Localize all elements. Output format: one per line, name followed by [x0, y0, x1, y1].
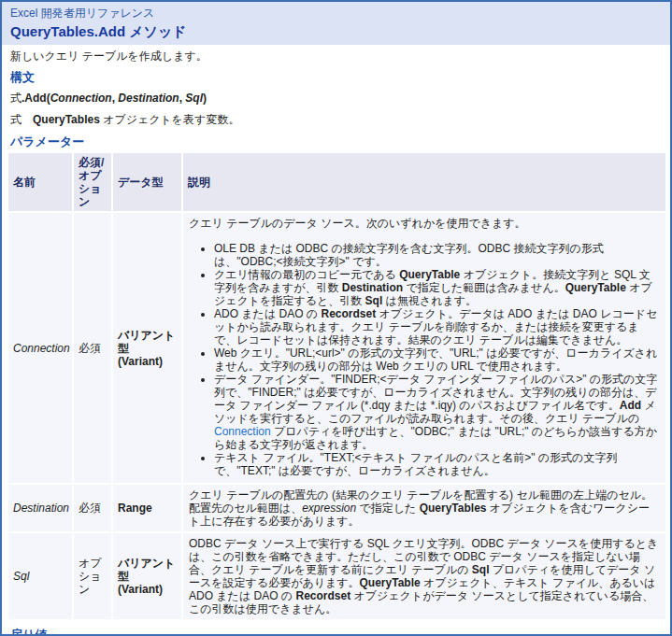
table-header-row: 名前 必須/オプション データ型 説明 — [8, 153, 665, 211]
syntax-variable: 式 QueryTables オブジェクトを表す変数。 — [10, 113, 662, 127]
breadcrumb: Excel 開発者用リファレンス — [10, 7, 662, 20]
link-connection[interactable]: Connection — [214, 425, 271, 438]
parameters-table: 名前 必須/オプション データ型 説明 Connection 必須 バリアント型… — [7, 151, 667, 621]
text-segment: Recordset — [321, 307, 376, 320]
param-description-connection: クエリ テーブルのデータ ソース。次のいずれかを使用できます。 OLE DB ま… — [183, 213, 665, 483]
text-segment: オブジェクトを表す変数。 — [100, 113, 240, 126]
text-segment: QueryTable — [360, 576, 421, 589]
syntax-expression: 式.Add(Connection, Destination, Sql) — [10, 92, 662, 106]
text-segment: QueryTables — [33, 113, 100, 126]
section-heading-parameters: パラメーター — [10, 134, 662, 148]
list-item: ADO または DAO の Recordset オブジェクト。データは ADO … — [214, 307, 660, 346]
section-heading-syntax: 構文 — [10, 70, 662, 84]
param-required-sql: オプション — [74, 533, 111, 619]
text-segment — [21, 113, 33, 126]
text-segment: クエリ情報の最初のコピー元である — [214, 268, 399, 281]
section-heading-return-value: 戻り値 — [10, 628, 662, 636]
text-segment: QueryTable — [565, 281, 626, 294]
list-item: テキスト ファイル。"TEXT;<テキスト ファイルのパスと名前>" の形式の文… — [214, 451, 660, 477]
param-required-connection: 必須 — [74, 213, 111, 483]
text-segment: で指定した — [356, 502, 420, 515]
text-segment: Destination — [342, 281, 403, 294]
intro-text: 新しいクエリ テーブルを作成します。 — [10, 49, 662, 64]
text-segment: Web クエリ。"URL;<url>" の形式の文字列で、"URL;" は必要で… — [214, 346, 657, 373]
text-segment: Sql — [185, 92, 203, 105]
text-segment: QueryTables — [420, 502, 487, 515]
text-segment: Destination — [118, 92, 179, 105]
text-segment: Sql — [365, 294, 383, 307]
help-page: { "page": { "breadcrumb": "Excel 開発者用リファ… — [0, 0, 672, 636]
text-segment: プロパティを呼び出すと、"ODBC;" または "URL;" のどちらか該当する… — [214, 425, 657, 451]
list-item: クエリ情報の最初のコピー元である QueryTable オブジェクト。接続文字列… — [214, 268, 660, 307]
column-header-datatype: データ型 — [113, 153, 181, 211]
page-title: QueryTables.Add メソッド — [10, 23, 662, 39]
param-row-destination: Destination 必須 Range クエリ テーブルの配置先の (結果のク… — [8, 485, 665, 531]
column-header-required: 必須/オプション — [74, 153, 111, 211]
page-banner: Excel 開発者用リファレンス QueryTables.Add メソッド — [2, 2, 670, 45]
text-segment: は無視されます。 — [382, 294, 477, 307]
param-row-connection: Connection 必須 バリアント型 (Variant) クエリ テーブルの… — [8, 213, 665, 483]
text-segment: OLE DB または ODBC の接続文字列を含む文字列。ODBC 接続文字列の… — [214, 242, 604, 268]
text-segment: Sql — [472, 563, 490, 576]
param-name-sql: Sql — [8, 533, 72, 619]
text-segment: 式 — [10, 92, 21, 105]
connection-sources-list: OLE DB または ODBC の接続文字列を含む文字列。ODBC 接続文字列の… — [189, 242, 660, 477]
list-item: OLE DB または ODBC の接続文字列を含む文字列。ODBC 接続文字列の… — [214, 242, 660, 268]
text-segment: ) — [203, 92, 207, 105]
description-intro: クエリ テーブルのデータ ソース。次のいずれかを使用できます。 — [189, 217, 660, 230]
param-type-connection: バリアント型 (Variant) — [113, 213, 181, 483]
column-header-name: 名前 — [8, 153, 72, 211]
param-required-destination: 必須 — [74, 485, 111, 531]
list-item: Web クエリ。"URL;<url>" の形式の文字列で、"URL;" は必要で… — [214, 346, 660, 373]
text-segment: .Add( — [21, 92, 50, 105]
text-segment: QueryTable — [399, 268, 460, 281]
text-segment: Add — [620, 399, 641, 412]
param-type-sql: バリアント型 (Variant) — [113, 533, 181, 619]
text-segment: テキスト ファイル。"TEXT;<テキスト ファイルのパスと名前>" の形式の文… — [214, 451, 617, 477]
text-segment: expression — [302, 502, 356, 515]
column-header-description: 説明 — [183, 153, 665, 211]
text-segment: Connection — [50, 92, 112, 105]
param-description-sql: ODBC データ ソース上で実行する SQL クエリ文字列。ODBC データ ソ… — [183, 533, 665, 619]
text-segment: 式 — [10, 113, 21, 126]
param-description-destination: クエリ テーブルの配置先の (結果のクエリ テーブルを配置する) セル範囲の左上… — [183, 485, 665, 531]
list-item: データ ファインダー。"FINDER;<データ ファインダー ファイルのパス>"… — [214, 373, 660, 451]
param-name-connection: Connection — [8, 213, 72, 483]
param-name-destination: Destination — [8, 485, 72, 531]
text-segment: Recordset — [295, 589, 350, 602]
param-type-destination: Range — [113, 485, 181, 531]
param-row-sql: Sql オプション バリアント型 (Variant) ODBC データ ソース上… — [8, 533, 665, 619]
text-segment: で指定した範囲は含みません。 — [403, 281, 565, 294]
text-segment: ADO または DAO の — [214, 307, 321, 320]
text-segment: データ ファインダー。"FINDER;<データ ファインダー ファイルのパス>"… — [214, 373, 657, 412]
